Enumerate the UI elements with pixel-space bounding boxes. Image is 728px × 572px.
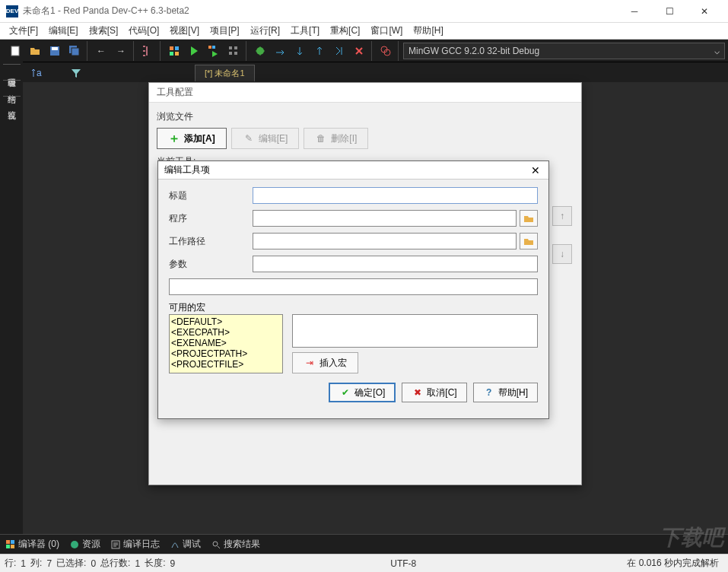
btab-compiler[interactable]: 编译器 (0) [6, 538, 59, 551]
step-out-icon[interactable] [310, 42, 329, 60]
macro-item[interactable]: <EXECPATH> [171, 327, 281, 338]
btab-log-label: 编译日志 [123, 538, 160, 551]
profile-icon[interactable] [377, 42, 395, 60]
save-all-icon[interactable] [65, 42, 84, 60]
status-col-label: 列: [30, 557, 42, 570]
add-tool-button[interactable]: ＋ 添加[A] [157, 128, 227, 149]
menu-refactor[interactable]: 重构[C] [326, 23, 364, 39]
compiler-select-text: MinGW GCC 9.2.0 32-bit Debug [409, 46, 539, 56]
macro-item[interactable]: <PROJECTPATH> [171, 348, 281, 359]
compile-icon[interactable] [165, 42, 183, 60]
edit-tool-button[interactable]: ✎ 编辑[E] [231, 128, 300, 149]
btab-resource-label: 资源 [82, 538, 100, 551]
sidetab-project[interactable]: 项目管理 [3, 64, 21, 80]
edit-button-label: 编辑[E] [259, 132, 288, 145]
menu-run[interactable]: 运行[R] [246, 23, 285, 39]
step-into-icon[interactable] [291, 42, 309, 60]
menu-help[interactable]: 帮助[H] [409, 23, 447, 39]
btab-resource[interactable]: 资源 [70, 538, 100, 551]
filter-icon[interactable] [67, 64, 85, 82]
status-line-value: 1 [21, 558, 26, 569]
run-icon[interactable] [185, 42, 203, 60]
minimize-button[interactable]: ─ [617, 0, 652, 23]
compiler-select[interactable]: MinGW GCC 9.2.0 32-bit Debug ⌵ [403, 43, 725, 59]
maximize-button[interactable]: ☐ [652, 0, 687, 23]
btab-compile-log[interactable]: 编译日志 [111, 538, 160, 551]
help-label: 帮助[H] [498, 386, 528, 399]
cancel-label: 取消[C] [427, 386, 456, 399]
x-icon: ✖ [412, 386, 424, 399]
delete-tool-button[interactable]: 🗑 删除[I] [304, 128, 368, 149]
indent-guide-icon[interactable] [138, 42, 157, 60]
macro-list[interactable]: <DEFAULT> <EXECPATH> <EXENAME> <PROJECTP… [169, 314, 283, 373]
macro-item[interactable]: <PROJECTFILE> [171, 359, 281, 370]
window-titlebar: DEV 未命名1 - Red Panda Dev-C++ 6.3-beta2 ─… [0, 0, 728, 23]
ok-button[interactable]: ✔ 确定[O] [329, 383, 396, 402]
svg-rect-9 [208, 46, 211, 49]
cancel-button[interactable]: ✖ 取消[C] [402, 383, 466, 402]
pencil-icon: ✎ [243, 132, 255, 145]
sidetab-watch[interactable]: 监视 [3, 96, 21, 112]
program-browse-button[interactable] [520, 210, 538, 227]
macro-item[interactable]: <DEFAULT> [171, 316, 281, 327]
sidetab-structure[interactable]: 结构 [3, 80, 21, 96]
status-len-label: 长度: [145, 557, 165, 570]
browse-files-label: 浏览文件 [157, 110, 574, 123]
status-len-value: 9 [170, 558, 175, 569]
left-sidebar: 项目管理 结构 监视 [0, 61, 23, 534]
move-up-button[interactable]: ↑ [552, 206, 572, 226]
btab-compiler-label: 编译器 (0) [18, 538, 59, 551]
macro-item[interactable]: <EXENAME> [171, 338, 281, 348]
sort-asc-icon[interactable]: a [27, 64, 46, 82]
edit-dialog-title: 编辑工具项 [164, 164, 210, 176]
menu-edit[interactable]: 编辑[E] [44, 23, 83, 39]
delete-button-label: 删除[I] [331, 132, 357, 145]
status-sel-value: 0 [91, 558, 96, 569]
menu-project[interactable]: 项目[P] [205, 23, 244, 39]
forward-icon[interactable]: → [112, 42, 130, 60]
preview-input[interactable] [169, 278, 538, 295]
status-col-value: 7 [46, 558, 52, 569]
menu-file[interactable]: 文件[F] [5, 23, 43, 39]
edit-dialog-close-button[interactable]: ✕ [529, 164, 542, 177]
menu-search[interactable]: 搜索[S] [84, 23, 123, 39]
svg-rect-23 [11, 545, 14, 548]
menu-window[interactable]: 窗口[W] [366, 23, 407, 39]
check-icon: ✔ [339, 386, 351, 399]
bottom-panel-tabs: 编译器 (0) 资源 编译日志 调试 搜索结果 [0, 534, 728, 554]
open-file-icon[interactable] [26, 42, 44, 60]
debug-icon[interactable] [251, 42, 269, 60]
close-button[interactable]: ✕ [687, 0, 722, 23]
continue-icon[interactable] [330, 42, 348, 60]
save-icon[interactable] [46, 42, 64, 60]
btab-search-results[interactable]: 搜索结果 [211, 538, 260, 551]
menu-view[interactable]: 视图[V] [165, 23, 204, 39]
compile-run-icon[interactable] [205, 42, 223, 60]
new-file-icon[interactable] [6, 42, 24, 60]
back-icon[interactable]: ← [92, 42, 110, 60]
rebuild-icon[interactable] [224, 42, 243, 60]
svg-rect-20 [6, 540, 10, 544]
svg-rect-6 [175, 46, 179, 50]
editor-tab[interactable]: [*] 未命名1 [195, 65, 255, 81]
step-over-icon[interactable] [271, 42, 289, 60]
svg-rect-13 [229, 52, 232, 55]
workdir-browse-button[interactable] [520, 233, 538, 249]
insert-macro-button[interactable]: ⇥ 插入宏 [292, 352, 358, 373]
status-total-label: 总行数: [100, 557, 130, 570]
svg-rect-7 [170, 52, 173, 56]
params-input[interactable] [253, 256, 538, 272]
menubar: 文件[F] 编辑[E] 搜索[S] 代码[O] 视图[V] 项目[P] 运行[R… [0, 23, 728, 40]
program-input[interactable] [253, 210, 517, 227]
svg-rect-5 [170, 46, 173, 50]
menu-tools[interactable]: 工具[T] [286, 23, 324, 39]
insert-icon: ⇥ [304, 357, 316, 369]
menu-code[interactable]: 代码[O] [124, 23, 164, 39]
svg-rect-21 [11, 540, 14, 544]
btab-debug[interactable]: 调试 [170, 538, 201, 551]
stop-debug-icon[interactable] [350, 42, 368, 60]
help-button[interactable]: ? 帮助[H] [473, 383, 538, 402]
workdir-input[interactable] [253, 233, 517, 249]
title-input[interactable] [253, 187, 538, 204]
move-down-button[interactable]: ↓ [552, 244, 572, 264]
